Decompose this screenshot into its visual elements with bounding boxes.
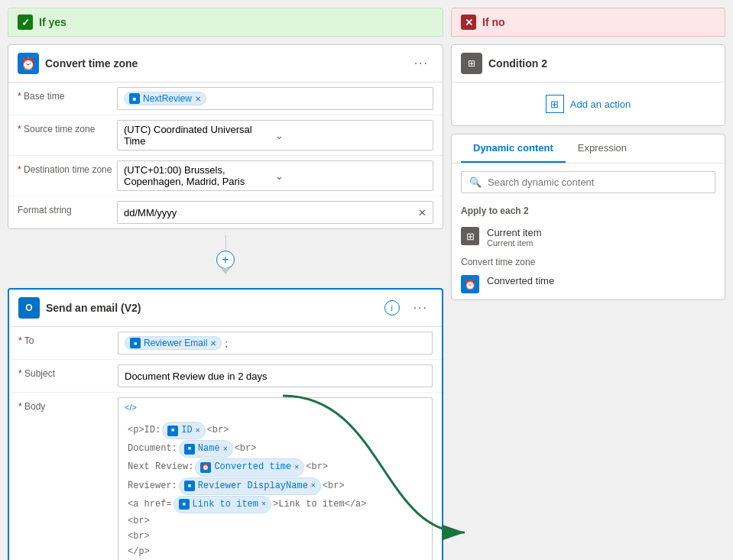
next-review-token[interactable]: ■ NextReview ✕ — [124, 92, 206, 105]
reviewer-email-token[interactable]: ■ Reviewer Email ✕ — [125, 336, 222, 350]
name-token-remove[interactable]: ✕ — [223, 443, 228, 455]
to-value[interactable]: ■ Reviewer Email ✕ ; — [118, 332, 433, 354]
if-no-header: ✕ If no — [451, 8, 725, 37]
format-value[interactable]: dd/MM/yyyy ✕ — [117, 201, 433, 224]
link-end: >Link to item</a> — [273, 497, 366, 512]
current-item-text: Current item Current item — [487, 227, 542, 248]
add-action-label: Add an action — [570, 99, 631, 110]
dynamic-content-panel: Dynamic content Expression 🔍 Apply to ea… — [451, 134, 725, 300]
br3: <br> — [306, 460, 328, 474]
format-field: Format string dd/MM/yyyy ✕ — [8, 196, 443, 228]
br4: <br> — [323, 479, 345, 494]
current-item-entry[interactable]: ⊞ Current item Current item — [452, 221, 725, 254]
source-tz-field: * Source time zone (UTC) Coordinated Uni… — [8, 115, 443, 155]
name-token[interactable]: ■ Name ✕ — [179, 440, 233, 458]
id-token[interactable]: ■ ID ✕ — [162, 422, 205, 439]
dest-tz-value: (UTC+01:00) Brussels, Copenhagen, Madrid… — [124, 164, 275, 187]
if-yes-label: If yes — [39, 16, 66, 28]
converted-time-remove[interactable]: ✕ — [294, 461, 299, 474]
add-action[interactable]: ⊞ Add an action — [452, 83, 725, 125]
br2: <br> — [235, 442, 257, 456]
link-token[interactable]: ■ Link to item ✕ — [174, 496, 271, 513]
next-review-token-remove[interactable]: ✕ — [195, 95, 201, 103]
body-line-2: Document: ■ Name ✕ <br> — [128, 440, 366, 458]
dest-tz-arrow: ⌄ — [275, 170, 427, 182]
reviewer-dn-label: Reviewer DisplayName — [198, 479, 308, 494]
body-toolbar[interactable]: </> — [125, 403, 137, 412]
condition2-icon: ⊞ — [461, 53, 482, 74]
name-token-icon: ■ — [184, 444, 195, 455]
converted-time-token[interactable]: ⏰ Converted time ✕ — [195, 458, 304, 476]
converted-time-label: Converted time — [214, 460, 291, 474]
connector: + — [8, 229, 443, 280]
source-tz-value: (UTC) Coordinated Universal Time — [124, 124, 275, 147]
dest-tz-select[interactable]: (UTC+01:00) Brussels, Copenhagen, Madrid… — [117, 160, 433, 191]
id-token-remove[interactable]: ✕ — [196, 425, 200, 437]
dest-tz-label: * Destination time zone — [18, 160, 117, 175]
br-line1: <br> — [128, 514, 150, 529]
subject-value[interactable]: Document Review due in 2 days — [118, 364, 433, 387]
base-time-value[interactable]: ■ NextReview ✕ — [117, 87, 433, 110]
converted-time-entry-text: Converted time — [487, 275, 554, 286]
search-icon: 🔍 — [469, 176, 482, 188]
current-item-title: Current item — [487, 227, 542, 238]
name-token-label: Name — [198, 442, 220, 456]
if-no-label: If no — [482, 16, 505, 28]
outlook-icon: O — [18, 297, 40, 319]
id-token-icon: ■ — [167, 426, 178, 436]
format-clear[interactable]: ✕ — [418, 207, 427, 218]
send-email-header: O Send an email (V2) i ··· — [9, 290, 442, 327]
to-label: * To — [18, 332, 118, 346]
dynamic-list: Apply to each 2 ⊞ Current item Current i… — [452, 201, 725, 299]
reviewer-dn-icon: ■ — [184, 481, 195, 491]
connector-line-top — [225, 235, 226, 251]
format-string-text: dd/MM/yyyy — [124, 207, 177, 218]
send-email-card: O Send an email (V2) i ··· * To ■ Review… — [8, 288, 443, 560]
body-line-3: Next Review: ⏰ Converted time ✕ <br> — [128, 458, 366, 476]
reviewer-dn-token[interactable]: ■ Reviewer DisplayName ✕ — [179, 477, 321, 495]
source-tz-label: * Source time zone — [18, 120, 117, 134]
convert-card-header: ⏰ Convert time zone ··· — [8, 45, 443, 83]
send-email-menu[interactable]: ··· — [409, 299, 433, 316]
link-token-icon: ■ — [179, 499, 190, 510]
converted-time-entry-title: Converted time — [487, 275, 554, 286]
convert-card-menu[interactable]: ··· — [410, 55, 433, 72]
condition2-header: ⊞ Condition 2 — [452, 45, 725, 83]
add-step-button[interactable]: + — [216, 251, 235, 269]
body-value[interactable]: </> <p>ID: ■ ID ✕ <br> — [118, 397, 433, 560]
body-line-8: </p> — [128, 545, 366, 559]
body-label: * Body — [18, 397, 118, 412]
format-label: Format string — [18, 201, 117, 215]
add-action-icon: ⊞ — [546, 95, 564, 113]
converted-time-icon: ⏰ — [200, 462, 211, 473]
link-token-label: Link to item — [193, 497, 258, 512]
source-tz-arrow: ⌄ — [275, 130, 427, 141]
condition2-card: ⊞ Condition 2 ⊞ Add an action — [451, 44, 725, 126]
current-item-sub: Current item — [487, 238, 542, 248]
body-line-4: Reviewer: ■ Reviewer DisplayName ✕ <br> — [128, 477, 366, 495]
p-id-text: <p>ID: — [128, 423, 161, 438]
section2-label: Convert time zone — [452, 254, 725, 269]
link-token-remove[interactable]: ✕ — [261, 498, 266, 510]
convert-card-icon: ⏰ — [18, 53, 39, 74]
reviewer-dn-remove[interactable]: ✕ — [311, 480, 316, 492]
next-review-token-label: NextReview — [143, 93, 192, 104]
subject-field: * Subject Document Review due in 2 days — [9, 359, 442, 392]
source-tz-select[interactable]: (UTC) Coordinated Universal Time ⌄ — [117, 120, 433, 151]
if-yes-header: ✓ If yes — [8, 8, 443, 37]
br1: <br> — [207, 423, 229, 438]
reviewer-email-remove[interactable]: ✕ — [210, 339, 216, 348]
reviewer-email-label: Reviewer Email — [144, 338, 207, 348]
no-icon: ✕ — [461, 15, 476, 30]
send-email-info[interactable]: i — [384, 300, 400, 316]
to-field: * To ■ Reviewer Email ✕ ; — [9, 327, 442, 359]
base-time-label: * Base time — [18, 87, 117, 102]
converted-time-entry[interactable]: ⏰ Converted time — [452, 269, 725, 299]
dynamic-search-input[interactable] — [488, 176, 707, 188]
tab-expression[interactable]: Expression — [566, 134, 639, 163]
tab-dynamic-content[interactable]: Dynamic content — [461, 134, 566, 163]
body-line-6: <br> — [128, 514, 366, 529]
convert-card-title: Convert time zone — [45, 57, 404, 70]
body-editor: <p>ID: ■ ID ✕ <br> Document: ■ — [125, 418, 369, 560]
connector-arrow — [221, 268, 230, 274]
